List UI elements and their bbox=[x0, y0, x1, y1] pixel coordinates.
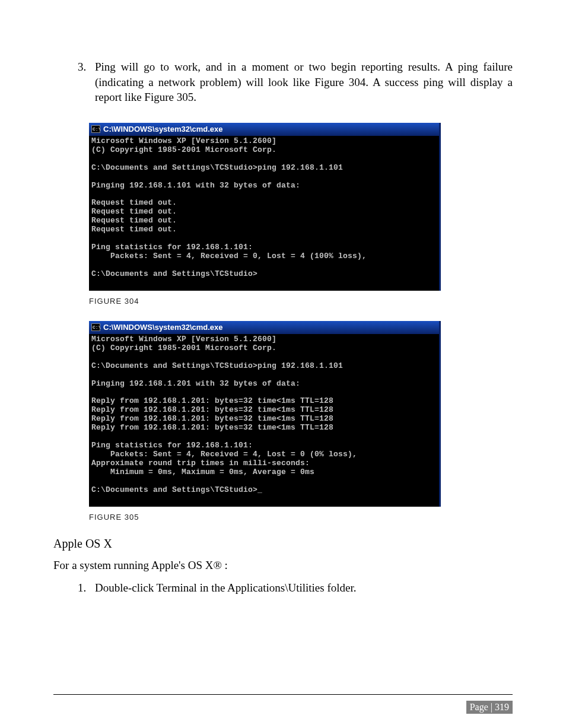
apple-intro-text: For a system running Apple's OS X® : bbox=[53, 559, 513, 572]
page-number-badge: Page | 319 bbox=[466, 701, 513, 714]
cmd-titlebar: C:\ C:\WINDOWS\system32\cmd.exe bbox=[89, 123, 439, 136]
cmd-window-success: C:\ C:\WINDOWS\system32\cmd.exe Microsof… bbox=[89, 321, 441, 507]
cmd-title-text: C:\WINDOWS\system32\cmd.exe bbox=[103, 125, 223, 133]
footer-divider bbox=[53, 694, 513, 695]
cmd-title-text: C:\WINDOWS\system32\cmd.exe bbox=[103, 323, 223, 332]
list-item-apple-step-1: Double-click Terminal in the Application… bbox=[89, 580, 513, 596]
apple-step-1-text: Double-click Terminal in the Application… bbox=[95, 581, 357, 594]
figure-304-caption: FIGURE 304 bbox=[89, 297, 513, 306]
cmd-icon: C:\ bbox=[91, 125, 100, 133]
cmd-output-success: Microsoft Windows XP [Version 5.1.2600] … bbox=[89, 334, 439, 507]
apple-osx-heading: Apple OS X bbox=[53, 537, 513, 551]
cmd-window-failure: C:\ C:\WINDOWS\system32\cmd.exe Microsof… bbox=[89, 123, 441, 291]
list-item-step-3: Ping will go to work, and in a moment or… bbox=[89, 59, 513, 105]
step-3-text: Ping will go to work, and in a moment or… bbox=[95, 61, 513, 103]
figure-305-caption: FIGURE 305 bbox=[89, 513, 513, 522]
cmd-output-failure: Microsoft Windows XP [Version 5.1.2600] … bbox=[89, 136, 439, 291]
document-page: Ping will go to work, and in a moment or… bbox=[0, 0, 566, 728]
cmd-icon: C:\ bbox=[91, 323, 100, 331]
cmd-titlebar: C:\ C:\WINDOWS\system32\cmd.exe bbox=[89, 321, 439, 334]
ordered-list-apple: Double-click Terminal in the Application… bbox=[53, 580, 513, 596]
ordered-list-main: Ping will go to work, and in a moment or… bbox=[53, 59, 513, 105]
